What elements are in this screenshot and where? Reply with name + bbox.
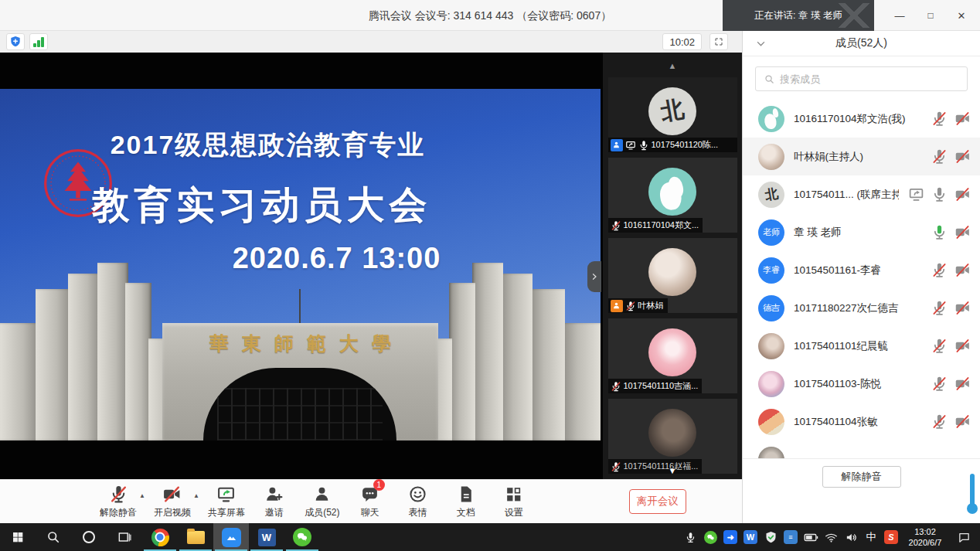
taskbar-file-explorer[interactable] — [178, 523, 213, 551]
tray-network[interactable] — [821, 523, 841, 551]
chat-button[interactable]: 1 聊天 — [346, 485, 394, 519]
camera-off-icon[interactable] — [954, 300, 971, 316]
mic-muted-icon[interactable] — [931, 300, 948, 316]
tray-mic[interactable] — [680, 523, 700, 551]
member-row[interactable]: 老师 章 瑛 老师 — [743, 213, 980, 251]
member-row[interactable]: 10175401104张敏 — [743, 403, 980, 440]
fullscreen-button[interactable] — [709, 33, 728, 50]
leave-meeting-button[interactable]: 离开会议 — [629, 489, 686, 514]
screen-share-icon[interactable] — [908, 186, 924, 202]
video-thumbnail[interactable]: 叶林娟 — [608, 238, 737, 313]
close-button[interactable]: ✕ — [946, 0, 977, 31]
thermometer-widget — [967, 474, 978, 514]
member-row[interactable]: 德吉 10171180227次仁德吉 — [743, 289, 980, 327]
meeting-health-button[interactable] — [6, 33, 25, 50]
members-button[interactable]: 成员(52) — [298, 485, 346, 519]
mic-muted-icon[interactable] — [931, 111, 948, 127]
share-screen-button[interactable]: 共享屏幕 — [202, 485, 250, 519]
member-row[interactable]: 10175401103-陈悦 — [743, 365, 980, 403]
scroll-up-button[interactable]: ▲ — [603, 60, 742, 73]
member-row[interactable]: 10175401101纪晨毓 — [743, 327, 980, 365]
mic-muted-icon[interactable] — [931, 376, 948, 392]
cortana-button[interactable] — [71, 523, 107, 551]
mic-muted-icon[interactable] — [931, 262, 948, 278]
action-center-button[interactable] — [949, 523, 978, 551]
maximize-button[interactable]: □ — [915, 0, 946, 31]
camera-off-icon[interactable] — [954, 338, 971, 354]
member-row[interactable]: 北 101754011... (联席主持人) — [743, 175, 980, 213]
video-thumbnail-rail: ▲ 北 10175401120陈... 10161170104郑文... 叶林娟… — [603, 53, 742, 479]
chrome-icon — [151, 529, 169, 546]
windows-taskbar: W ➜ W ≡ 中 S 13:02 2020/6/7 — [0, 523, 980, 551]
video-thumbnail[interactable]: 10175401116赵福... — [608, 399, 737, 474]
member-row[interactable]: 李睿 10154501161-李睿 — [743, 251, 980, 289]
tray-battery[interactable] — [801, 523, 821, 551]
microphone-icon — [685, 532, 696, 543]
taskbar-wechat[interactable] — [284, 523, 320, 551]
network-signal-button[interactable] — [29, 33, 48, 50]
docs-button[interactable]: 文档 — [442, 485, 490, 519]
minimize-button[interactable]: — — [884, 0, 915, 31]
tray-security[interactable] — [761, 523, 781, 551]
avatar — [758, 333, 784, 359]
video-thumbnail[interactable]: 10161170104郑文... — [608, 158, 737, 233]
avatar: 李睿 — [758, 257, 784, 284]
tray-volume[interactable] — [841, 523, 861, 551]
watermark-logo — [839, 3, 869, 28]
tray-app[interactable]: ≡ — [781, 523, 801, 551]
thumbnail-label: 10161170104郑文... — [608, 218, 703, 233]
mic-muted-icon[interactable] — [931, 148, 948, 165]
taskbar-tencent-meeting[interactable] — [213, 523, 249, 551]
chat-unread-badge: 1 — [373, 479, 385, 491]
chevron-down-icon[interactable] — [755, 38, 767, 49]
invite-button[interactable]: 邀请 — [250, 485, 298, 519]
camera-off-icon[interactable] — [954, 224, 971, 240]
tray-docs[interactable]: W — [740, 523, 761, 551]
unmute-toolbar-button[interactable]: 解除静音 — [94, 485, 142, 519]
taskbar-chrome[interactable] — [142, 523, 178, 551]
taskbar-clock[interactable]: 13:02 2020/6/7 — [901, 523, 949, 551]
settings-button[interactable]: 设置 — [490, 485, 538, 519]
video-thumbnail[interactable]: 10175401110吉涵... — [608, 318, 737, 393]
avatar — [758, 106, 784, 132]
mic-muted-icon — [611, 381, 621, 392]
task-view-button[interactable] — [107, 523, 142, 551]
camera-off-icon[interactable] — [954, 148, 971, 165]
search-icon — [764, 73, 775, 85]
camera-off-icon[interactable] — [954, 413, 971, 430]
screen-share-icon — [625, 140, 636, 151]
collapse-rail-button[interactable] — [587, 261, 601, 292]
gate-arch — [203, 368, 396, 440]
tray-wechat[interactable] — [700, 523, 720, 551]
camera-off-icon[interactable] — [954, 186, 971, 202]
search-input[interactable] — [780, 73, 959, 85]
tray-ime[interactable]: 中 — [861, 523, 881, 551]
start-video-button[interactable]: 开启视频 — [148, 485, 196, 519]
blue-app-icon: ≡ — [784, 530, 798, 544]
settings-grid-icon — [504, 485, 523, 504]
mic-on-icon[interactable] — [931, 186, 948, 202]
thunder-icon: ➜ — [723, 530, 737, 544]
scroll-down-button[interactable]: ▼ — [603, 465, 742, 478]
mic-muted-icon[interactable] — [931, 413, 948, 430]
camera-off-icon[interactable] — [954, 376, 971, 392]
camera-off-icon[interactable] — [954, 262, 971, 278]
mic-muted-icon[interactable] — [931, 338, 948, 354]
task-view-icon — [117, 529, 132, 545]
tray-sogou[interactable]: S — [881, 523, 901, 551]
window-titlebar: 腾讯会议 会议号: 314 614 443 （会议密码: 0607） 正在讲话:… — [0, 0, 980, 31]
start-button[interactable] — [0, 523, 36, 551]
member-row[interactable]: 10161170104郑文浩(我) — [743, 100, 980, 138]
member-row[interactable]: 叶林娟(主持人) — [743, 138, 980, 175]
emoji-button[interactable]: 表情 — [394, 485, 442, 519]
taskbar-word[interactable]: W — [249, 523, 284, 551]
shield-check-icon — [764, 531, 778, 544]
camera-off-icon[interactable] — [954, 111, 971, 127]
wechat-icon — [704, 531, 717, 544]
mic-speaking-icon[interactable] — [931, 224, 948, 240]
unmute-button[interactable]: 解除静音 — [822, 466, 901, 488]
tray-thunder[interactable]: ➜ — [720, 523, 740, 551]
taskbar-search-button[interactable] — [36, 523, 71, 551]
video-thumbnail[interactable]: 北 10175401120陈... — [608, 77, 737, 152]
member-list: 10161170104郑文浩(我) 叶林娟(主持人) 北 101754011..… — [743, 100, 980, 489]
